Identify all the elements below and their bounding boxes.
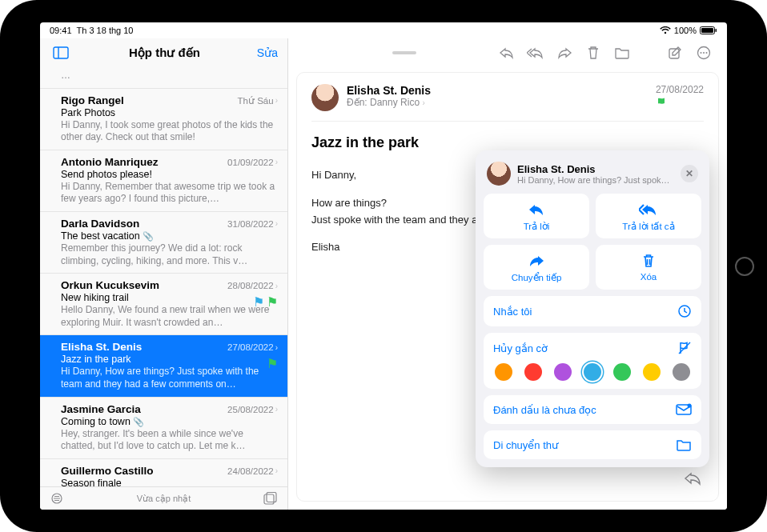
- unflag-icon: [677, 341, 692, 355]
- mail-date: 24/08/2022 ›: [227, 466, 278, 476]
- reply-all-toolbar-button[interactable]: [524, 43, 548, 62]
- mail-sender: Rigo Rangel: [61, 94, 124, 106]
- mail-preview: Hey, stranger. It's been a while since w…: [61, 428, 278, 453]
- mail-preview: Hi Danny, Remember that awesome trip we …: [61, 181, 278, 206]
- mailbox-sidebar: Hộp thư đến Sửa …Rigo RangelThứ Sáu ›Par…: [40, 38, 288, 510]
- mail-item[interactable]: Darla Davidson31/08/2022 ›The best vacat…: [40, 212, 287, 274]
- folder-icon: [676, 438, 692, 451]
- flag-color-gray[interactable]: [673, 363, 690, 381]
- mail-item[interactable]: Guillermo Castillo24/08/2022 ›Season fin…: [40, 459, 287, 486]
- mail-subject: Jazz in the park: [61, 354, 278, 365]
- mail-date: 01/09/2022 ›: [227, 158, 278, 167]
- svg-point-16: [688, 404, 692, 408]
- mail-sender: Orkun Kucuksevim: [61, 279, 159, 291]
- message-subject: Jazz in the park: [311, 134, 704, 151]
- mail-flags: ⚑: [267, 356, 278, 371]
- sender-avatar[interactable]: [311, 84, 339, 111]
- unflag-row[interactable]: Hủy gắn cờ: [484, 333, 701, 389]
- chevron-right-icon: ›: [275, 405, 278, 414]
- trash-icon: [600, 253, 697, 269]
- forward-toolbar-button[interactable]: [552, 43, 576, 62]
- message-content-pane: Elisha St. Denis Đến: Danny Rico › 27/08…: [288, 38, 727, 510]
- flag-icon: [656, 97, 704, 108]
- reply-fab-button[interactable]: [681, 467, 704, 490]
- filter-button[interactable]: [50, 493, 64, 504]
- reply-toolbar-button[interactable]: [495, 43, 519, 62]
- forward-tile[interactable]: Chuyển tiếp: [484, 245, 589, 290]
- mail-item[interactable]: Antonio Manriquez01/09/2022 ›Send photos…: [40, 150, 287, 212]
- wifi-icon: [660, 26, 671, 34]
- mail-preview: Hi Danny, I took some great photos of th…: [61, 119, 278, 144]
- message-to[interactable]: Đến: Danny Rico ›: [347, 97, 431, 108]
- chevron-right-icon: ›: [275, 219, 278, 228]
- mail-date: 28/08/2022 ›: [227, 281, 278, 290]
- mail-sender: Jasmine Garcia: [61, 403, 141, 415]
- reply-all-icon: [600, 202, 697, 218]
- sidebar-toggle-button[interactable]: [50, 43, 72, 62]
- attachment-icon: 📎: [133, 417, 144, 426]
- mail-subject: Park Photos: [61, 107, 278, 118]
- mail-item[interactable]: Jasmine Garcia25/08/2022 ›Coming to town…: [40, 398, 287, 459]
- status-time: 09:41: [50, 26, 72, 35]
- mail-list[interactable]: …Rigo RangelThứ Sáu ›Park PhotosHi Danny…: [40, 67, 287, 486]
- home-button[interactable]: [735, 257, 754, 276]
- edit-button[interactable]: Sửa: [257, 46, 278, 59]
- svg-rect-2: [716, 29, 717, 32]
- flag-color-purple[interactable]: [554, 363, 572, 381]
- svg-rect-6: [264, 494, 274, 504]
- mail-sender: Guillermo Castillo: [61, 465, 154, 477]
- message-from[interactable]: Elisha St. Denis: [347, 84, 431, 97]
- flag-color-red[interactable]: [524, 363, 542, 381]
- trash-toolbar-button[interactable]: [581, 43, 605, 62]
- mark-unread-row[interactable]: Đánh dấu là chưa đọc: [484, 395, 701, 424]
- remind-me-row[interactable]: Nhắc tôi: [484, 296, 701, 326]
- svg-point-10: [701, 52, 702, 54]
- mail-date: Thứ Sáu ›: [238, 95, 278, 106]
- reply-tile[interactable]: Trả lời: [484, 194, 589, 238]
- chevron-right-icon: ›: [275, 343, 278, 352]
- flag-color-green[interactable]: [613, 363, 631, 381]
- mail-sender: Antonio Manriquez: [61, 156, 159, 168]
- attachment-icon: 📎: [143, 231, 154, 241]
- chevron-right-icon: ›: [275, 282, 278, 290]
- mail-item[interactable]: Elisha St. Denis27/08/2022 ›Jazz in the …: [40, 335, 287, 397]
- reply-all-tile[interactable]: Trả lời tất cả: [596, 194, 701, 238]
- mail-subject: Season finale: [61, 478, 278, 486]
- mail-preview: Hello Danny, We found a new trail when w…: [61, 304, 278, 329]
- updated-label: Vừa cập nhật: [137, 494, 191, 504]
- mail-date: 25/08/2022 ›: [227, 405, 278, 414]
- flag-color-orange[interactable]: [495, 363, 512, 381]
- popover-avatar: [487, 162, 511, 186]
- move-toolbar-button[interactable]: [610, 43, 634, 62]
- chevron-right-icon: ›: [275, 96, 278, 105]
- svg-rect-7: [267, 493, 276, 502]
- mail-flags: ⚑⚑: [253, 294, 278, 310]
- drag-handle[interactable]: [392, 51, 416, 54]
- forward-icon: [488, 253, 584, 269]
- envelope-icon: [676, 403, 692, 416]
- mail-subject: Coming to town 📎: [61, 416, 278, 427]
- compose-toolbar-button[interactable]: [663, 43, 687, 62]
- mail-date: 31/08/2022 ›: [227, 219, 278, 229]
- mail-sender: Elisha St. Denis: [61, 341, 142, 353]
- svg-rect-3: [54, 47, 68, 58]
- mail-item[interactable]: Orkun Kucuksevim28/08/2022 ›New hiking t…: [40, 274, 287, 335]
- status-date: Th 3 18 thg 10: [77, 26, 134, 35]
- mail-preview: Hi Danny, How are things? Just spoke wit…: [61, 366, 278, 390]
- delete-tile[interactable]: Xóa: [596, 245, 701, 290]
- flag-color-blue[interactable]: [584, 363, 601, 381]
- mail-item[interactable]: …: [40, 67, 287, 89]
- mail-preview: Remember this journey? We did a lot: roc…: [61, 242, 278, 267]
- compose-button[interactable]: [263, 492, 278, 505]
- svg-rect-8: [669, 49, 679, 58]
- more-toolbar-button[interactable]: [692, 43, 716, 62]
- flag-color-yellow[interactable]: [643, 363, 661, 381]
- message-date: 27/08/2022: [656, 84, 704, 95]
- reply-icon: [488, 202, 584, 218]
- battery-percent: 100%: [674, 26, 697, 35]
- mailbox-title: Hộp thư đến: [129, 46, 200, 60]
- mail-item[interactable]: Rigo RangelThứ Sáu ›Park PhotosHi Danny,…: [40, 89, 287, 150]
- close-button[interactable]: ✕: [681, 165, 698, 182]
- message-action-popover: Elisha St. Denis Hi Danny, How are thing…: [476, 150, 709, 467]
- move-message-row[interactable]: Di chuyển thư: [484, 430, 701, 459]
